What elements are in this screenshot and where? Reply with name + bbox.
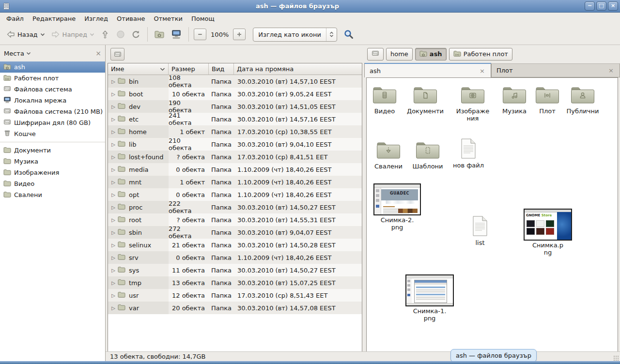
table-row[interactable]: ▷sbin272 обектаПапка30.03.2010 (вт) 9,04… <box>108 226 362 239</box>
column-header[interactable]: Дата на промяна <box>234 63 362 75</box>
column-header[interactable]: Име <box>108 63 169 75</box>
icon-view-item[interactable]: Видео <box>366 85 407 115</box>
expander-icon[interactable]: ▷ <box>110 268 117 273</box>
table-row[interactable]: ▷media0 обектаПапка1.10.2009 (чт) 18,40,… <box>108 163 362 176</box>
column-header[interactable]: Размер <box>169 63 209 75</box>
sidebar-close-button[interactable]: × <box>95 49 101 57</box>
table-row[interactable]: ▷home1 обектПапка17.03.2010 (ср) 10,38,5… <box>108 125 362 138</box>
table-row[interactable]: ▷dev190 обектаПапка30.03.2010 (вт) 14,51… <box>108 100 362 113</box>
computer-button[interactable] <box>168 27 185 42</box>
expander-icon[interactable]: ▷ <box>110 255 117 260</box>
table-row[interactable]: ▷tmp13 обектаПапка30.03.2010 (вт) 15,07,… <box>108 276 362 289</box>
sidebar-item[interactable]: Файлова система <box>0 84 105 95</box>
expander-icon[interactable]: ▷ <box>110 91 117 97</box>
table-row[interactable]: ▷bin108 обектаПапка30.03.2010 (вт) 14,57… <box>108 75 362 88</box>
icon-view-item[interactable]: Шаблони <box>405 140 450 170</box>
table-row[interactable]: ▷srv0 обектаПапка1.10.2009 (чт) 18,40,26… <box>108 251 362 264</box>
tab-Плот[interactable]: Плот× <box>491 63 620 77</box>
tab-close-icon[interactable]: × <box>607 67 615 74</box>
icon-view-item[interactable]: Изображения <box>452 85 493 122</box>
sidebar-item[interactable]: Музика <box>0 156 105 167</box>
expander-icon[interactable]: ▷ <box>110 117 117 122</box>
folder-icon <box>3 157 11 166</box>
table-row[interactable]: ▷boot10 обектаПапка30.03.2010 (вт) 9,05,… <box>108 88 362 100</box>
menu-item[interactable]: Отметки <box>149 14 186 23</box>
expander-icon[interactable]: ▷ <box>110 104 117 109</box>
icon-view-item[interactable]: GUADECСнимка-2.png <box>372 183 422 231</box>
minimize-button[interactable]: − <box>585 1 595 11</box>
menu-item[interactable]: Файл <box>2 14 28 23</box>
sidebar-item[interactable]: ash <box>0 61 105 73</box>
icon-view-item[interactable]: Публични <box>560 85 605 115</box>
stop-button[interactable] <box>113 28 128 41</box>
sidebar-item[interactable]: Изображения <box>0 167 105 178</box>
table-row[interactable]: ▷etc241 обектаПапка30.03.2010 (вт) 14,57… <box>108 113 362 125</box>
expander-icon[interactable]: ▷ <box>110 230 117 235</box>
table-row[interactable]: ▷selinux21 обектаПапка30.03.2010 (вт) 14… <box>108 239 362 251</box>
resize-grip[interactable] <box>613 355 619 361</box>
path-button[interactable]: home <box>386 48 413 61</box>
path-button[interactable]: Работен плот <box>449 48 512 61</box>
table-row[interactable]: ▷opt0 обектаПапка1.10.2009 (чт) 18,40,26… <box>108 188 362 201</box>
tab-close-icon[interactable]: × <box>479 67 486 75</box>
sidebar-item[interactable]: Файлова система (210 MB) <box>0 106 105 117</box>
sidebar-item[interactable]: Видео <box>0 178 105 189</box>
search-button[interactable] <box>342 28 356 41</box>
table-row[interactable]: ▷lib210 обектаПапка30.03.2010 (вт) 9,04,… <box>108 138 362 151</box>
table-row[interactable]: ▷lost+found? обектаПапка17.03.2010 (ср) … <box>108 151 362 163</box>
expander-icon[interactable]: ▷ <box>110 180 117 185</box>
expander-icon[interactable]: ▷ <box>110 154 117 160</box>
location-button[interactable] <box>110 48 124 61</box>
home-button[interactable] <box>151 28 168 41</box>
forward-button[interactable]: Напред <box>48 28 97 41</box>
table-row[interactable]: ▷usr12 обектаПапка17.03.2010 (ср) 8,51,4… <box>108 289 362 302</box>
sidebar-item[interactable]: Документи <box>0 145 105 156</box>
menu-item[interactable]: Редактиране <box>28 14 80 23</box>
expander-icon[interactable]: ▷ <box>110 243 117 248</box>
column-header[interactable]: Вид <box>209 63 234 75</box>
path-button[interactable]: ash <box>415 48 447 61</box>
up-button[interactable] <box>97 28 113 41</box>
menu-item[interactable]: Помощ <box>187 14 219 23</box>
expander-icon[interactable]: ▷ <box>110 205 117 210</box>
sidebar-item[interactable]: Кошче <box>0 128 105 139</box>
expander-icon[interactable]: ▷ <box>110 192 117 197</box>
path-button[interactable] <box>367 48 384 61</box>
icon-view-item[interactable]: GNOME StoreСнимка.png <box>522 209 574 257</box>
expander-icon[interactable]: ▷ <box>110 217 117 223</box>
sidebar-item[interactable]: Работен плот <box>0 73 105 84</box>
sidebar-item[interactable]: Свалени <box>0 189 105 200</box>
table-row[interactable]: ▷root? обектаПапка30.03.2010 (вт) 14,55,… <box>108 213 362 226</box>
expander-icon[interactable]: ▷ <box>110 305 117 311</box>
table-row[interactable]: ▷mnt1 обектПапка1.10.2009 (чт) 18,40,26 … <box>108 176 362 188</box>
view-mode-select[interactable]: Изглед като икони <box>253 28 337 42</box>
table-row[interactable]: ▷var20 обектаПапка30.03.2010 (вт) 14,57,… <box>108 302 362 314</box>
icon-view-item[interactable]: list <box>463 215 497 247</box>
file-date: 30.03.2010 (вт) 9,04,07 EEST <box>234 226 362 239</box>
expander-icon[interactable]: ▷ <box>110 167 117 172</box>
expander-icon[interactable]: ▷ <box>110 129 117 135</box>
tab-ash[interactable]: ash× <box>364 63 491 77</box>
table-row[interactable]: ▷sys11 обектаПапка30.03.2010 (вт) 14,50,… <box>108 264 362 276</box>
places-selector[interactable]: Места <box>4 50 95 57</box>
icon-view-item[interactable]: Снимка-1.png <box>404 274 455 322</box>
menu-item[interactable]: Изглед <box>80 14 112 23</box>
menu-item[interactable]: Отиване <box>112 14 149 23</box>
icon-view-item[interactable]: нов файл <box>450 138 487 169</box>
expander-icon[interactable]: ▷ <box>110 79 117 84</box>
expander-icon[interactable]: ▷ <box>110 280 117 286</box>
sidebar-item[interactable]: Шифриран дял (80 GB) <box>0 117 105 128</box>
maximize-button[interactable]: □ <box>596 1 606 11</box>
expander-icon[interactable]: ▷ <box>110 293 117 298</box>
zoom-in-button[interactable] <box>233 29 246 40</box>
back-button[interactable]: Назад <box>3 28 48 41</box>
reload-button[interactable] <box>128 28 144 41</box>
zoom-out-button[interactable] <box>194 29 206 40</box>
sidebar-separator <box>0 142 105 142</box>
icon-view-item[interactable]: Свалени <box>366 140 411 170</box>
icon-view-item[interactable]: Документи <box>403 85 448 115</box>
table-row[interactable]: ▷proc222 обектаПапка30.03.2010 (вт) 14,5… <box>108 201 362 213</box>
expander-icon[interactable]: ▷ <box>110 142 117 147</box>
close-button[interactable]: × <box>608 1 618 11</box>
sidebar-item[interactable]: Локална мрежа <box>0 95 105 106</box>
